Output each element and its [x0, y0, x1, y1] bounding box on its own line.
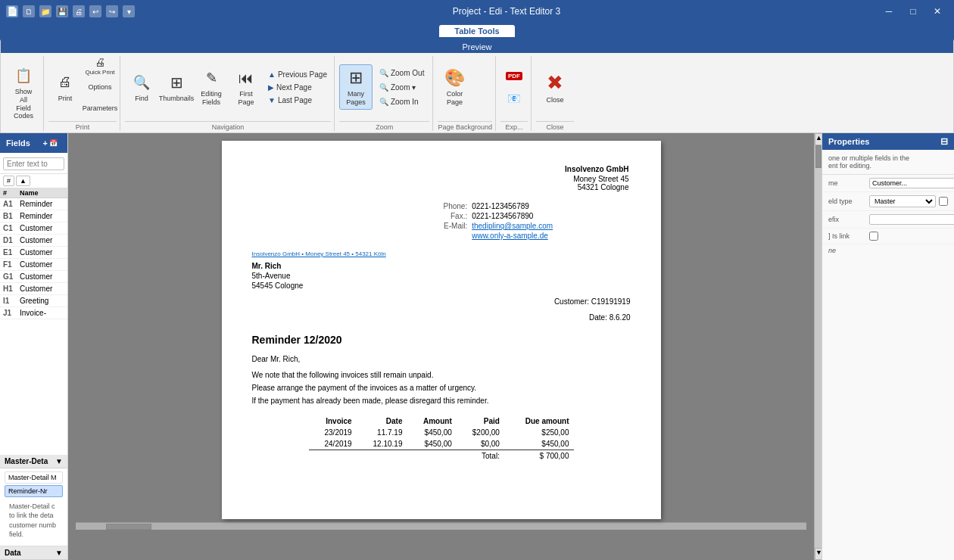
editing-fields-button[interactable]: ✎ EditingFields	[195, 64, 228, 110]
email-link[interactable]: thediplinq@sample.com	[472, 222, 553, 230]
undo-icon[interactable]: ↩	[89, 5, 101, 17]
zoom-in-button[interactable]: 🔍 Zoom In	[374, 95, 429, 108]
website-value: www.only-a-sample.de	[469, 232, 553, 240]
table-row[interactable]: F1Customer	[0, 259, 67, 271]
invoice-2-paid: $0,00	[457, 438, 504, 450]
website-link[interactable]: www.only-a-sample.de	[472, 232, 548, 240]
table-row[interactable]: J1Invoice-	[0, 307, 67, 319]
vertical-scrollbar[interactable]: ▲ ▼	[814, 133, 822, 560]
table-row[interactable]: C1Customer	[0, 222, 67, 235]
show-all-field-codes-button[interactable]: 📋 Show AllField Codes	[7, 62, 40, 123]
fields-table-header: # Name	[0, 188, 67, 198]
sidebar-search-area	[0, 153, 67, 174]
ribbon-group-close: ✖ Close Close	[533, 56, 577, 131]
options-label: Options	[88, 83, 111, 91]
many-pages-button[interactable]: ⊞ ManyPages	[339, 64, 373, 110]
table-row[interactable]: H1Customer	[0, 283, 67, 295]
next-page-button[interactable]: ▶ Next Page	[264, 82, 331, 93]
properties-description: one or multiple fields in theent for edi…	[822, 150, 954, 175]
field-name: Customer	[20, 248, 64, 257]
sort-alpha-button[interactable]: ▲	[16, 176, 30, 186]
sidebar-search-input[interactable]	[3, 157, 64, 170]
name-property-label: me	[828, 179, 866, 187]
maximize-button[interactable]: □	[903, 4, 924, 19]
master-detail-item[interactable]: Master-Detail M	[5, 471, 63, 484]
is-link-checkbox[interactable]	[869, 232, 878, 241]
email-label: E-Mail:	[444, 222, 468, 230]
more-icon[interactable]: ▾	[123, 5, 135, 17]
close-window-button[interactable]: ✕	[927, 4, 948, 19]
field-type-property-select[interactable]: Master Detail	[869, 195, 936, 207]
table-row[interactable]: G1Customer	[0, 271, 67, 283]
find-button[interactable]: 🔍 Find	[125, 66, 158, 108]
name-property-input[interactable]	[869, 178, 954, 188]
master-detail-expand-icon: ▼	[55, 457, 63, 465]
invoice-row-1: 23/2019 11.7.19 $450,00 $200,00 $250,00	[309, 427, 574, 438]
contact-table: Phone: 0221-123456789 Fax.: 0221-1234567…	[252, 199, 631, 243]
field-id: I1	[3, 297, 20, 305]
table-row[interactable]: B1Reminder	[0, 210, 67, 222]
parameters-button[interactable]: Parameters	[83, 98, 117, 118]
table-row[interactable]: I1Greeting	[0, 295, 67, 307]
sidebar-add-button[interactable]: + 📅	[39, 136, 61, 150]
window-title: Project - Edi - Text Editor 3	[453, 6, 561, 17]
redo-icon[interactable]: ↪	[106, 5, 118, 17]
save-icon[interactable]: 💾	[56, 5, 68, 17]
quick-print-button[interactable]: 🖨 Quick Print	[83, 56, 117, 76]
table-tools-tab[interactable]: Table Tools	[439, 25, 515, 37]
minimize-button[interactable]: ─	[878, 4, 899, 19]
sidebar-sort-buttons: # ▲	[0, 174, 67, 188]
data-section-expand-icon: ▼	[55, 549, 63, 557]
table-row[interactable]: A1Reminder	[0, 198, 67, 210]
previous-page-label: Previous Page	[278, 70, 327, 79]
ribbon-group-page-background: 🎨 ColorPage Page Background	[435, 56, 496, 131]
open-icon[interactable]: 📁	[39, 5, 51, 17]
body-line-1: We note that the following invoices stil…	[252, 369, 631, 381]
preview-ribbon-header: Preview	[1, 41, 953, 53]
print-icon-title[interactable]: 🖨	[73, 5, 85, 17]
ribbon-group-close-content: ✖ Close	[536, 56, 574, 120]
ribbon-group-zoom: ⊞ ManyPages 🔍 Zoom Out 🔍 Zoom ▾	[336, 56, 433, 131]
zoom-button[interactable]: 🔍 Zoom ▾	[374, 81, 429, 94]
invoice-1-num: 23/2019	[309, 427, 357, 438]
table-row[interactable]: E1Customer	[0, 247, 67, 259]
body-line-3: If the payment has already been made, pl…	[252, 395, 631, 406]
close-preview-button[interactable]: ✖ Close	[536, 66, 574, 108]
ribbon-group-export-content: PDF 📧	[500, 56, 528, 120]
main-content: Fields + 📅 # ▲ # Name A1Reminder B1	[0, 133, 954, 560]
field-name: Customer	[20, 260, 64, 269]
print-button[interactable]: 🖨 Print	[48, 66, 82, 108]
export-email-button[interactable]: 📧	[500, 88, 528, 109]
total-amount: $ 700,00	[504, 450, 574, 462]
field-name: Customer	[20, 224, 64, 232]
doc-header-left	[254, 165, 441, 191]
field-id: B1	[3, 212, 20, 220]
options-button[interactable]: Options	[83, 77, 117, 97]
scrollbar-thumb-v[interactable]	[815, 145, 822, 168]
field-name: Greeting	[20, 297, 64, 305]
properties-expand-icon[interactable]: ⊟	[940, 136, 948, 147]
field-type-checkbox[interactable]	[939, 197, 948, 206]
last-page-button[interactable]: ▼ Last Page	[264, 95, 331, 106]
first-page-button[interactable]: ⏮ FirstPage	[229, 64, 263, 110]
sort-hash-button[interactable]: #	[3, 176, 14, 186]
scrollbar-thumb-h[interactable]	[106, 524, 151, 530]
field-name: Customer	[20, 272, 64, 281]
page-color-button[interactable]: 🎨 ColorPage	[438, 64, 471, 110]
prefix-property-input[interactable]	[869, 214, 954, 225]
master-detail-section[interactable]: Master-Deta ▼	[0, 455, 67, 468]
horizontal-scrollbar[interactable]	[76, 522, 806, 530]
export-pdf-button[interactable]: PDF	[500, 65, 528, 86]
document-area[interactable]: Insolvenzo GmbH Money Street 45 54321 Co…	[68, 133, 814, 560]
calendar-icon: 📅	[49, 139, 58, 147]
thumbnails-button[interactable]: ⊞ Thumbnails	[160, 66, 193, 108]
previous-page-button[interactable]: ▲ Previous Page	[264, 69, 331, 80]
new-icon[interactable]: 🗋	[23, 5, 35, 17]
editing-fields-label: EditingFields	[201, 90, 222, 107]
zoom-out-button[interactable]: 🔍 Zoom Out	[374, 67, 429, 79]
add-icon: +	[43, 138, 48, 148]
reminder-nr-item[interactable]: Reminder-Nr	[5, 485, 63, 497]
table-row[interactable]: D1Customer	[0, 235, 67, 247]
data-section[interactable]: Data ▼	[0, 546, 67, 560]
salutation: Dear Mr. Rich,	[252, 355, 631, 363]
